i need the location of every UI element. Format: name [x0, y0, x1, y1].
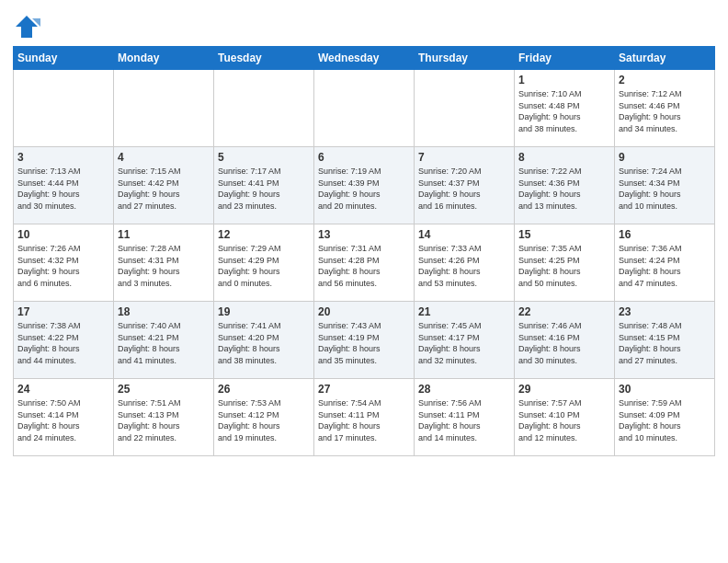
weekday-header-friday: Friday: [515, 47, 615, 70]
week-row-2: 3Sunrise: 7:13 AM Sunset: 4:44 PM Daylig…: [14, 147, 715, 224]
day-number: 8: [518, 151, 610, 164]
day-info: Sunrise: 7:36 AM Sunset: 4:24 PM Dayligh…: [619, 243, 711, 289]
day-cell: 11Sunrise: 7:28 AM Sunset: 4:31 PM Dayli…: [114, 224, 214, 302]
day-info: Sunrise: 7:15 AM Sunset: 4:42 PM Dayligh…: [118, 166, 210, 212]
day-info: Sunrise: 7:13 AM Sunset: 4:44 PM Dayligh…: [17, 166, 109, 212]
day-number: 18: [118, 305, 210, 318]
weekday-header-wednesday: Wednesday: [314, 47, 415, 70]
day-number: 6: [318, 151, 410, 164]
day-cell: 28Sunrise: 7:56 AM Sunset: 4:11 PM Dayli…: [415, 379, 515, 456]
day-number: 29: [518, 383, 610, 396]
day-cell: 23Sunrise: 7:48 AM Sunset: 4:15 PM Dayli…: [615, 302, 715, 379]
day-number: 12: [218, 228, 310, 241]
day-number: 22: [518, 305, 610, 318]
day-number: 23: [619, 305, 711, 318]
day-cell: 10Sunrise: 7:26 AM Sunset: 4:32 PM Dayli…: [14, 224, 114, 302]
weekday-header-monday: Monday: [114, 47, 214, 70]
week-row-1: 1Sunrise: 7:10 AM Sunset: 4:48 PM Daylig…: [14, 70, 715, 147]
day-info: Sunrise: 7:50 AM Sunset: 4:14 PM Dayligh…: [17, 397, 109, 443]
weekday-header-thursday: Thursday: [415, 47, 515, 70]
day-number: 11: [118, 228, 210, 241]
week-row-3: 10Sunrise: 7:26 AM Sunset: 4:32 PM Dayli…: [14, 224, 715, 302]
logo-icon: [13, 13, 40, 40]
day-info: Sunrise: 7:26 AM Sunset: 4:32 PM Dayligh…: [17, 243, 109, 289]
day-number: 7: [418, 151, 510, 164]
day-cell: 24Sunrise: 7:50 AM Sunset: 4:14 PM Dayli…: [14, 379, 114, 456]
day-number: 27: [318, 383, 410, 396]
day-info: Sunrise: 7:41 AM Sunset: 4:20 PM Dayligh…: [218, 320, 310, 366]
day-cell: 4Sunrise: 7:15 AM Sunset: 4:42 PM Daylig…: [114, 147, 214, 224]
day-cell: 30Sunrise: 7:59 AM Sunset: 4:09 PM Dayli…: [615, 379, 715, 456]
day-cell: 12Sunrise: 7:29 AM Sunset: 4:29 PM Dayli…: [214, 224, 314, 302]
day-number: 13: [318, 228, 410, 241]
day-info: Sunrise: 7:45 AM Sunset: 4:17 PM Dayligh…: [418, 320, 510, 366]
day-number: 10: [17, 228, 109, 241]
header: [13, 9, 715, 40]
day-cell: 3Sunrise: 7:13 AM Sunset: 4:44 PM Daylig…: [14, 147, 114, 224]
day-info: Sunrise: 7:31 AM Sunset: 4:28 PM Dayligh…: [318, 243, 410, 289]
day-number: 9: [619, 151, 711, 164]
day-cell: 1Sunrise: 7:10 AM Sunset: 4:48 PM Daylig…: [515, 70, 615, 147]
day-info: Sunrise: 7:20 AM Sunset: 4:37 PM Dayligh…: [418, 166, 510, 212]
day-info: Sunrise: 7:56 AM Sunset: 4:11 PM Dayligh…: [418, 397, 510, 443]
day-number: 20: [318, 305, 410, 318]
day-cell: 8Sunrise: 7:22 AM Sunset: 4:36 PM Daylig…: [515, 147, 615, 224]
day-cell: [114, 70, 214, 147]
day-info: Sunrise: 7:19 AM Sunset: 4:39 PM Dayligh…: [318, 166, 410, 212]
day-cell: 18Sunrise: 7:40 AM Sunset: 4:21 PM Dayli…: [114, 302, 214, 379]
day-number: 14: [418, 228, 510, 241]
day-number: 21: [418, 305, 510, 318]
day-info: Sunrise: 7:43 AM Sunset: 4:19 PM Dayligh…: [318, 320, 410, 366]
day-cell: 16Sunrise: 7:36 AM Sunset: 4:24 PM Dayli…: [615, 224, 715, 302]
day-number: 1: [518, 74, 610, 86]
day-cell: 2Sunrise: 7:12 AM Sunset: 4:46 PM Daylig…: [615, 70, 715, 147]
day-number: 30: [619, 383, 711, 396]
day-info: Sunrise: 7:35 AM Sunset: 4:25 PM Dayligh…: [518, 243, 610, 289]
day-number: 3: [17, 151, 109, 164]
day-info: Sunrise: 7:17 AM Sunset: 4:41 PM Dayligh…: [218, 166, 310, 212]
logo: [13, 13, 44, 40]
day-cell: [14, 70, 114, 147]
day-cell: 15Sunrise: 7:35 AM Sunset: 4:25 PM Dayli…: [515, 224, 615, 302]
day-info: Sunrise: 7:48 AM Sunset: 4:15 PM Dayligh…: [619, 320, 711, 366]
day-info: Sunrise: 7:22 AM Sunset: 4:36 PM Dayligh…: [518, 166, 610, 212]
day-number: 2: [619, 74, 711, 86]
day-info: Sunrise: 7:57 AM Sunset: 4:10 PM Dayligh…: [518, 397, 610, 443]
day-cell: 20Sunrise: 7:43 AM Sunset: 4:19 PM Dayli…: [314, 302, 415, 379]
day-info: Sunrise: 7:38 AM Sunset: 4:22 PM Dayligh…: [17, 320, 109, 366]
day-number: 16: [619, 228, 711, 241]
day-cell: 9Sunrise: 7:24 AM Sunset: 4:34 PM Daylig…: [615, 147, 715, 224]
day-cell: 22Sunrise: 7:46 AM Sunset: 4:16 PM Dayli…: [515, 302, 615, 379]
day-number: 17: [17, 305, 109, 318]
day-cell: 26Sunrise: 7:53 AM Sunset: 4:12 PM Dayli…: [214, 379, 314, 456]
day-cell: [415, 70, 515, 147]
day-info: Sunrise: 7:54 AM Sunset: 4:11 PM Dayligh…: [318, 397, 410, 443]
day-number: 19: [218, 305, 310, 318]
day-cell: 7Sunrise: 7:20 AM Sunset: 4:37 PM Daylig…: [415, 147, 515, 224]
page: SundayMondayTuesdayWednesdayThursdayFrid…: [0, 0, 728, 563]
day-info: Sunrise: 7:33 AM Sunset: 4:26 PM Dayligh…: [418, 243, 510, 289]
day-cell: 13Sunrise: 7:31 AM Sunset: 4:28 PM Dayli…: [314, 224, 415, 302]
day-info: Sunrise: 7:28 AM Sunset: 4:31 PM Dayligh…: [118, 243, 210, 289]
day-info: Sunrise: 7:40 AM Sunset: 4:21 PM Dayligh…: [118, 320, 210, 366]
day-info: Sunrise: 7:29 AM Sunset: 4:29 PM Dayligh…: [218, 243, 310, 289]
day-number: 26: [218, 383, 310, 396]
day-number: 28: [418, 383, 510, 396]
day-cell: [214, 70, 314, 147]
day-cell: 25Sunrise: 7:51 AM Sunset: 4:13 PM Dayli…: [114, 379, 214, 456]
day-cell: 14Sunrise: 7:33 AM Sunset: 4:26 PM Dayli…: [415, 224, 515, 302]
week-row-4: 17Sunrise: 7:38 AM Sunset: 4:22 PM Dayli…: [14, 302, 715, 379]
day-cell: 29Sunrise: 7:57 AM Sunset: 4:10 PM Dayli…: [515, 379, 615, 456]
day-info: Sunrise: 7:24 AM Sunset: 4:34 PM Dayligh…: [619, 166, 711, 212]
day-cell: 21Sunrise: 7:45 AM Sunset: 4:17 PM Dayli…: [415, 302, 515, 379]
week-row-5: 24Sunrise: 7:50 AM Sunset: 4:14 PM Dayli…: [14, 379, 715, 456]
day-info: Sunrise: 7:12 AM Sunset: 4:46 PM Dayligh…: [619, 88, 711, 134]
day-info: Sunrise: 7:10 AM Sunset: 4:48 PM Dayligh…: [518, 88, 610, 134]
weekday-header-tuesday: Tuesday: [214, 47, 314, 70]
day-cell: [314, 70, 415, 147]
day-number: 5: [218, 151, 310, 164]
day-cell: 5Sunrise: 7:17 AM Sunset: 4:41 PM Daylig…: [214, 147, 314, 224]
weekday-header-sunday: Sunday: [14, 47, 114, 70]
day-number: 15: [518, 228, 610, 241]
day-cell: 17Sunrise: 7:38 AM Sunset: 4:22 PM Dayli…: [14, 302, 114, 379]
